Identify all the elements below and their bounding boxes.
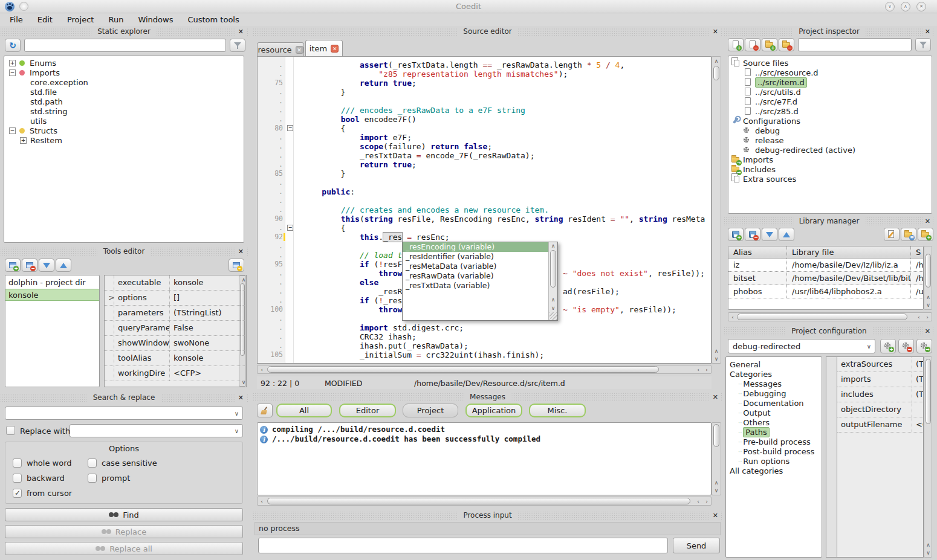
clear-filter-button[interactable] [230, 39, 245, 52]
config-property-row[interactable]: extraSources(T [837, 357, 923, 372]
remove-configuration-button[interactable]: − [898, 339, 914, 353]
project-tree-item[interactable]: ../src/z85.d [728, 106, 932, 116]
add-configuration-button[interactable]: + [880, 339, 896, 353]
search-option[interactable]: backward [13, 474, 65, 483]
remove-source-button[interactable]: − [745, 38, 760, 51]
replace-with-checkbox[interactable] [6, 426, 15, 435]
search-option[interactable]: from cursor [13, 489, 72, 498]
activate-configuration-button[interactable]: → [916, 339, 932, 353]
close-tab-icon[interactable]: ✕ [331, 45, 339, 53]
completion-item[interactable]: _resRawData (variable) [403, 271, 548, 281]
scroll-thumb[interactable] [926, 359, 931, 424]
close-icon[interactable]: ✕ [236, 27, 246, 36]
scroll-thumb[interactable] [713, 66, 719, 80]
close-icon[interactable]: ✕ [236, 393, 246, 402]
library-row[interactable]: iz/home/basile/Dev/Iz/lib/iz.a/ho [728, 259, 924, 272]
tree-expander[interactable]: + [20, 137, 27, 144]
close-icon[interactable]: ✕ [710, 511, 721, 520]
completion-item[interactable]: _resTxtData (variable) [403, 281, 548, 291]
config-property-row[interactable]: outputFilename<C [837, 417, 923, 433]
property-row[interactable]: >options[] [105, 291, 246, 306]
find-button[interactable]: Find [5, 508, 243, 521]
move-tool-down-button[interactable] [39, 259, 54, 272]
close-icon[interactable]: ✕ [236, 247, 246, 256]
execute-tool-button[interactable]: ⌁ [229, 259, 244, 272]
window-maximize-button[interactable]: ∧ [901, 2, 910, 11]
project-tree-item[interactable]: →Includes [728, 164, 932, 174]
project-tree-item[interactable]: →Imports [728, 155, 932, 164]
library-row[interactable]: phobos/usr/lib64/libphobos2.a/us [728, 285, 924, 298]
configuration-category[interactable]: ·· Paths [726, 427, 822, 437]
project-tree-item[interactable]: release [728, 135, 932, 145]
process-input-field[interactable] [258, 538, 668, 553]
remove-tool-button[interactable]: − [22, 259, 37, 272]
checkbox-from-cursor[interactable] [13, 489, 22, 498]
tab-item[interactable]: item ✕ [305, 40, 343, 56]
send-button[interactable]: Send [673, 538, 720, 553]
filter-button-application[interactable]: Application [465, 404, 522, 417]
project-tree-item[interactable]: Configurations [728, 116, 932, 126]
configuration-category[interactable]: ·· Post-build process [726, 446, 822, 456]
project-tree-item[interactable]: ../src/item.d [728, 77, 932, 87]
remove-library-button[interactable]: − [745, 228, 760, 241]
configuration-category[interactable]: General [726, 359, 822, 369]
close-icon[interactable]: ✕ [710, 393, 721, 402]
tree-item[interactable]: +Enums [4, 58, 244, 68]
library-row[interactable]: bitset/home/basile/Dev/Bitset/lib/bitse/… [728, 272, 924, 285]
menu-custom-tools[interactable]: Custom tools [180, 13, 246, 26]
clear-messages-button[interactable] [257, 404, 273, 417]
config-property-row[interactable]: imports(T [837, 372, 923, 387]
project-tree-item[interactable]: debug [728, 126, 932, 135]
library-table-header[interactable]: Alias Library file S [728, 246, 924, 259]
menu-windows[interactable]: Windows [131, 13, 180, 26]
tree-expander[interactable]: + [9, 60, 16, 66]
tool-list-item[interactable]: konsole [5, 289, 99, 301]
library-hscrollbar[interactable]: ‹ ‹ › [728, 312, 932, 321]
configuration-category[interactable]: ·· Run options [726, 456, 822, 466]
completion-scrollbar[interactable]: ∧ ∧ ∨ [548, 242, 557, 320]
inspector-filter-input[interactable] [798, 38, 912, 51]
configuration-category[interactable]: All categories [726, 466, 822, 475]
remove-folder-button[interactable]: − [779, 38, 794, 51]
configuration-category[interactable]: ·· Messages [726, 379, 822, 388]
add-source-button[interactable]: + [728, 38, 744, 51]
message-item[interactable]: i/.../build/resource.d.coedit has been s… [258, 434, 711, 444]
configuration-category[interactable]: ·· Output [726, 408, 822, 417]
tree-item[interactable]: std.file [4, 87, 244, 97]
fold-icon[interactable]: − [287, 125, 293, 131]
tree-item[interactable]: core.exception [4, 77, 244, 87]
tree-item[interactable]: std.string [4, 106, 244, 116]
project-tree-item[interactable]: ../src/utils.d [728, 87, 932, 97]
library-vscrollbar[interactable]: ∧ ∨ [924, 246, 932, 310]
move-library-down-button[interactable] [762, 228, 777, 241]
scroll-thumb[interactable] [267, 498, 690, 504]
scroll-thumb[interactable] [737, 314, 907, 320]
property-row[interactable]: toolAliaskonsole [105, 351, 246, 366]
configuration-category[interactable]: ·· Others [726, 417, 822, 427]
close-icon[interactable]: ✕ [922, 27, 933, 36]
close-icon[interactable]: ✕ [922, 327, 933, 336]
project-tree-item[interactable]: debug-redirected (active) [728, 145, 932, 155]
column-library-file[interactable]: Library file [787, 246, 911, 259]
library-from-folder-button[interactable]: ≡ [901, 228, 916, 241]
tree-item[interactable]: +ResItem [4, 135, 244, 145]
checkbox-case-sensitive[interactable] [88, 459, 97, 468]
menu-run[interactable]: Run [101, 13, 131, 26]
messages-vscrollbar[interactable]: ∧ ∨ [712, 422, 721, 495]
property-row[interactable]: parameters(TStringList) [105, 306, 246, 321]
menu-file[interactable]: File [2, 13, 30, 26]
replace-button[interactable]: Replace [5, 525, 243, 538]
tree-item[interactable]: −Structs [4, 126, 244, 135]
window-close-button[interactable]: ✕ [916, 2, 926, 11]
tree-item[interactable]: −Imports [4, 68, 244, 77]
configuration-vscrollbar[interactable]: ∧ ∨ [924, 356, 932, 558]
add-tool-button[interactable]: + [5, 259, 21, 272]
replace-all-button[interactable]: Replace all [5, 542, 243, 555]
property-row[interactable]: showWindowswoNone [105, 336, 246, 351]
menu-project[interactable]: Project [60, 13, 101, 26]
completion-item[interactable]: _resMetaData (variable) [403, 262, 548, 271]
project-tree-item[interactable]: Source files [728, 58, 932, 68]
editor-hscrollbar[interactable]: ‹ ‹ › [257, 365, 712, 374]
close-icon[interactable]: ✕ [710, 27, 721, 36]
window-shade-button[interactable]: ∨ [885, 2, 895, 11]
